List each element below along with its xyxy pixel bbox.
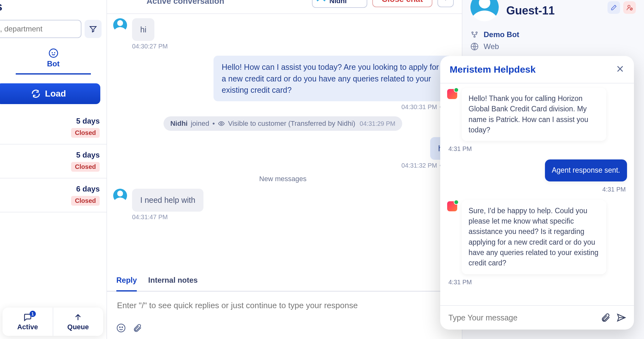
sidebar-tab-label: Bot	[47, 59, 60, 68]
sidebar: ons Bot Load 5 days Closed 5 days Cl	[0, 0, 107, 339]
status-badge: Closed	[71, 128, 100, 138]
search-input[interactable]	[0, 20, 81, 38]
close-chat-button[interactable]: Close chat	[372, 0, 433, 7]
sidebar-tab-bot[interactable]: Bot	[16, 44, 91, 75]
arrow-up-icon	[73, 312, 83, 322]
send-icon[interactable]	[616, 313, 626, 323]
conversation-age: 5 days	[76, 117, 100, 125]
svg-point-3	[220, 123, 222, 125]
popup-time: 4:31 PM	[448, 145, 627, 153]
tab-internal-notes[interactable]: Internal notes	[148, 276, 197, 291]
message-time: 04:31:32 PM • ✓✓	[113, 162, 451, 169]
reply-input[interactable]	[116, 300, 452, 311]
list-item[interactable]: 6 days Closed	[0, 178, 107, 212]
popup-message-input[interactable]	[448, 313, 595, 323]
refresh-icon	[31, 89, 41, 98]
active-count-badge: 1	[30, 311, 36, 317]
tab-reply[interactable]: Reply	[116, 276, 137, 292]
message-time-text: 04:30:31 PM	[402, 103, 437, 111]
reply-tabs: Reply Internal notes	[107, 273, 462, 292]
assignee-dropdown[interactable]: Assigned to Nidhi	[312, 0, 367, 8]
globe-icon	[470, 42, 479, 51]
footer-tab-queue[interactable]: Queue	[53, 308, 103, 336]
popup-body[interactable]: Hello! Thank you for calling Horizon Glo…	[440, 83, 634, 305]
bot-icon	[48, 48, 58, 58]
attachment-icon[interactable]	[601, 313, 611, 323]
svg-point-1	[52, 52, 53, 53]
footer-tab-label: Active	[17, 323, 38, 331]
conversation-title: Active conversation	[147, 0, 224, 6]
conversation-list: 5 days Closed 5 days Closed 6 days Close…	[0, 110, 107, 339]
conversation-age: 6 days	[76, 185, 100, 193]
popup-title: Meristem Helpdesk	[450, 64, 536, 75]
edit-guest-button[interactable]	[608, 1, 620, 14]
message-bubble-customer: hi	[132, 18, 154, 41]
message-bubble-customer: I need help with	[132, 189, 203, 211]
channel-row: Web	[470, 42, 636, 51]
load-label: Load	[45, 89, 66, 99]
conversation-age: 5 days	[76, 151, 100, 159]
svg-point-11	[474, 36, 475, 37]
popup-time: 4:31 PM	[447, 186, 626, 193]
bot-link[interactable]: Demo Bot	[470, 30, 636, 39]
channel-label: Web	[484, 42, 499, 51]
status-badge: Closed	[71, 162, 100, 172]
popup-close-button[interactable]	[616, 64, 625, 75]
system-joined-text: joined	[191, 119, 209, 128]
helpdesk-popup: Meristem Helpdesk Hello! Thank you for c…	[440, 56, 634, 330]
message-time-text: 04:31:32 PM	[402, 162, 437, 169]
status-badge: Closed	[71, 196, 100, 206]
new-messages-divider: New messages	[113, 175, 452, 183]
bot-link-label: Demo Bot	[484, 30, 519, 39]
close-icon	[616, 64, 625, 73]
message-time: 04:30:27 PM	[132, 43, 452, 50]
popup-message-bot: Hello! Thank you for calling Horizon Glo…	[462, 88, 606, 141]
sidebar-title: ons	[0, 0, 107, 20]
flow-icon	[470, 31, 479, 39]
assignee-name: Nidhi	[330, 0, 351, 5]
system-visible-text: Visible to customer (Transferred by Nidh…	[228, 119, 355, 128]
filter-button[interactable]	[85, 20, 102, 38]
funnel-icon	[89, 25, 97, 33]
message-time: 04:30:31 PM • ✓✓	[113, 103, 451, 111]
helpdesk-bot-avatar	[447, 201, 457, 211]
customer-avatar	[113, 189, 127, 203]
block-guest-button[interactable]	[623, 1, 636, 14]
footer-tab-active[interactable]: 1 Active	[3, 308, 53, 336]
message-time: 04:31:47 PM	[132, 214, 452, 221]
sidebar-footer: 1 Active Queue	[3, 308, 103, 336]
system-agent-name: Nidhi	[170, 119, 188, 128]
conversation-body: hi 04:30:27 PM Hello! How can I assist y…	[107, 14, 462, 273]
pencil-icon	[610, 4, 617, 11]
emoji-icon[interactable]	[116, 323, 126, 333]
list-item[interactable]: 5 days Closed	[0, 144, 107, 178]
system-event: Nidhi joined • Visible to customer (Tran…	[164, 116, 402, 131]
svg-point-9	[472, 32, 473, 33]
svg-point-6	[122, 327, 123, 328]
list-item[interactable]: 5 days Closed	[0, 110, 107, 144]
svg-point-5	[119, 327, 120, 328]
svg-point-2	[54, 52, 55, 53]
popup-time: 4:31 PM	[448, 279, 627, 286]
system-time: 04:31:29 PM	[360, 120, 395, 127]
customer-avatar	[113, 18, 127, 32]
guest-avatar	[470, 0, 499, 21]
eye-icon	[218, 120, 225, 127]
svg-point-7	[628, 5, 630, 8]
attachment-icon[interactable]	[133, 323, 142, 333]
svg-point-4	[117, 324, 125, 332]
more-button[interactable]	[437, 0, 454, 7]
svg-point-10	[476, 32, 477, 33]
user-block-icon	[626, 4, 633, 11]
svg-point-0	[49, 49, 58, 58]
helpdesk-bot-avatar	[447, 89, 457, 99]
load-button[interactable]: Load	[0, 83, 100, 104]
conversation-panel: Active conversation Assigned to Nidhi Cl…	[107, 0, 462, 339]
popup-message-bot: Sure, I'd be happy to help. Could you pl…	[462, 200, 606, 274]
footer-tab-label: Queue	[67, 323, 89, 331]
chevron-down-icon	[355, 0, 362, 2]
chevron-down-icon	[442, 0, 449, 3]
assignee-avatar	[316, 0, 326, 3]
popup-message-user: Agent response sent.	[545, 159, 627, 181]
guest-name: Guest-11	[506, 4, 555, 17]
